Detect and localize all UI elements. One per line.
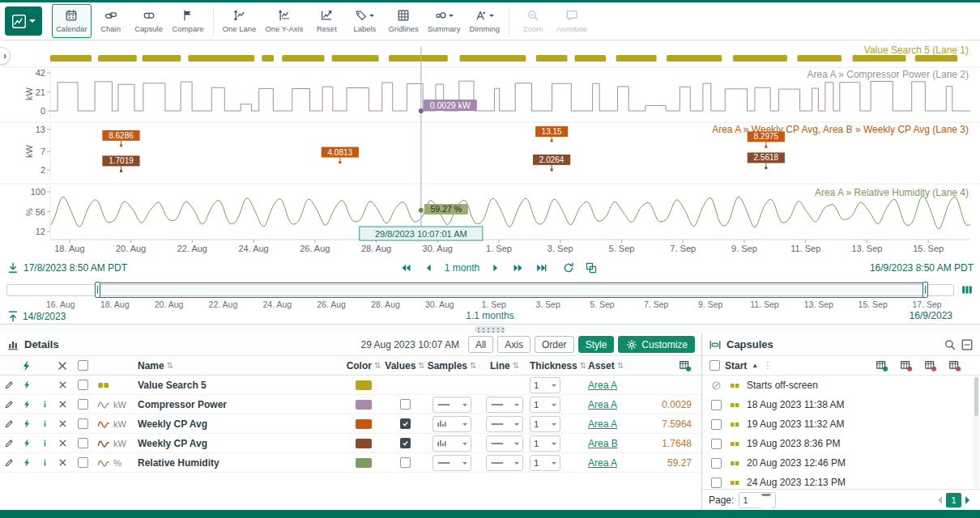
- search-icon[interactable]: [944, 338, 957, 351]
- toolbar-button-chain[interactable]: Chain: [92, 4, 130, 38]
- workbench-logo-button[interactable]: [5, 6, 42, 36]
- capsules-select-all[interactable]: [709, 360, 720, 371]
- capsule-select[interactable]: [709, 439, 722, 449]
- thickness-dropdown[interactable]: 1: [530, 416, 560, 432]
- capsule-checkbox[interactable]: [711, 439, 722, 449]
- values-toggle[interactable]: [386, 438, 424, 448]
- values-checkbox[interactable]: [400, 418, 411, 429]
- item-name[interactable]: Relative Humidity: [138, 457, 342, 469]
- scrollbar-thumb[interactable]: [974, 377, 978, 416]
- capsule-start[interactable]: 19 Aug 2023 11:32 AM: [747, 418, 845, 430]
- thickness-dropdown[interactable]: 1: [530, 455, 560, 471]
- step-back-large-icon[interactable]: [399, 261, 412, 274]
- dropdown[interactable]: [486, 435, 523, 452]
- remove-icon[interactable]: [53, 399, 71, 410]
- dropdown[interactable]: [486, 416, 523, 432]
- column-header[interactable]: Color⇅: [342, 360, 386, 372]
- style-button[interactable]: Style: [578, 336, 615, 353]
- capsule-checkbox[interactable]: [711, 400, 722, 410]
- asset-link[interactable]: Area A: [588, 380, 617, 391]
- toolbar-button-dimming[interactable]: Dimming: [466, 4, 504, 38]
- thickness-dropdown[interactable]: 1: [530, 397, 588, 413]
- row-select[interactable]: [71, 418, 94, 429]
- row-select[interactable]: [71, 399, 94, 410]
- axis-button[interactable]: Axis: [497, 336, 530, 353]
- color-swatch[interactable]: [342, 419, 386, 429]
- line-style-dropdown[interactable]: [479, 435, 530, 452]
- samples-style-dropdown[interactable]: [424, 416, 479, 432]
- color-swatch[interactable]: [342, 380, 386, 390]
- dropdown[interactable]: [432, 397, 471, 413]
- asset-link[interactable]: Area A: [588, 399, 617, 410]
- refresh-icon[interactable]: [562, 261, 575, 274]
- thickness-dropdown[interactable]: 1: [530, 455, 588, 471]
- duplicate-range-icon[interactable]: [585, 261, 598, 274]
- panel-resize-handle[interactable]: [475, 326, 505, 333]
- step-to-end-icon[interactable]: [535, 261, 548, 274]
- toolbar-button-labels[interactable]: Labels: [346, 4, 383, 38]
- samples-style-dropdown[interactable]: [424, 397, 479, 413]
- thickness-dropdown[interactable]: 1: [530, 435, 560, 452]
- info-icon[interactable]: [36, 457, 53, 468]
- remove-capsule-column-icon[interactable]: [900, 359, 913, 372]
- line-style-dropdown[interactable]: [479, 455, 530, 471]
- prev-page-icon[interactable]: [934, 496, 942, 504]
- toolbar-button-summary[interactable]: Summary: [424, 4, 465, 38]
- row-select[interactable]: [71, 380, 94, 390]
- values-toggle[interactable]: [386, 457, 424, 468]
- edit-icon[interactable]: [0, 380, 18, 390]
- capsule-start[interactable]: 19 Aug 2023 8:36 PM: [747, 438, 840, 449]
- capsule-checkbox[interactable]: [711, 458, 722, 469]
- column-header[interactable]: Asset⇅: [588, 360, 640, 372]
- column-header[interactable]: Thickness⇅: [530, 360, 588, 372]
- pin-icon[interactable]: [18, 457, 36, 468]
- values-checkbox[interactable]: [400, 399, 411, 410]
- remove-icon[interactable]: [53, 438, 71, 448]
- capsule-checkbox[interactable]: [711, 419, 722, 430]
- dropdown[interactable]: [486, 455, 523, 471]
- thickness-dropdown[interactable]: 1: [530, 397, 560, 413]
- slider-handle-left[interactable]: [95, 282, 100, 298]
- slider-columns-icon[interactable]: [961, 283, 974, 296]
- row-select[interactable]: [71, 457, 94, 468]
- capsule-select[interactable]: [709, 419, 722, 430]
- capsule-select[interactable]: [709, 400, 722, 410]
- asset-link[interactable]: Area B: [588, 438, 618, 449]
- edit-icon[interactable]: [0, 418, 18, 429]
- info-icon[interactable]: [36, 399, 53, 410]
- page-size-dropdown[interactable]: 1: [739, 492, 776, 508]
- display-range-end[interactable]: 16/9/2023 8:50 AM PDT: [870, 262, 974, 274]
- row-select-checkbox[interactable]: [78, 380, 88, 390]
- step-forward-large-icon[interactable]: [512, 261, 525, 274]
- capsules-scrollbar[interactable]: [974, 376, 979, 488]
- toolbar-button-compare[interactable]: Compare: [168, 4, 208, 38]
- row-select-checkbox[interactable]: [78, 438, 88, 448]
- pin-icon[interactable]: [18, 399, 36, 410]
- trend-chart[interactable]: Value Search 5 (Lane 1)02142kWArea A » C…: [0, 40, 980, 257]
- values-checkbox[interactable]: [400, 438, 411, 448]
- values-checkbox[interactable]: [400, 457, 411, 468]
- capsule-start[interactable]: 18 Aug 2023 11:38 AM: [747, 399, 845, 410]
- capsule-select[interactable]: [709, 458, 722, 469]
- item-name[interactable]: Compressor Power: [138, 399, 342, 410]
- pin-icon[interactable]: [18, 380, 36, 390]
- info-icon[interactable]: [36, 418, 53, 429]
- dropdown[interactable]: [486, 397, 523, 413]
- select-all[interactable]: [71, 360, 94, 371]
- customize-button[interactable]: Customize: [618, 336, 695, 353]
- item-name[interactable]: Weekly CP Avg: [138, 418, 342, 430]
- remove-icon[interactable]: [53, 418, 71, 429]
- step-forward-icon[interactable]: [489, 261, 502, 274]
- toolbar-button-one-lane[interactable]: One Lane: [219, 4, 261, 38]
- capsule-select[interactable]: [709, 478, 722, 488]
- values-toggle[interactable]: [386, 418, 424, 429]
- color-swatch[interactable]: [342, 400, 386, 410]
- investigate-range-end[interactable]: 16/9/2023: [910, 310, 952, 321]
- asset-link[interactable]: Area A: [588, 418, 617, 430]
- capsule-start[interactable]: 24 Aug 2023 12:13 PM: [747, 477, 846, 488]
- dropdown[interactable]: [432, 416, 471, 432]
- toolbar-button-annotate[interactable]: Annotate: [552, 4, 591, 38]
- row-select-checkbox[interactable]: [78, 457, 88, 468]
- step-back-icon[interactable]: [422, 261, 435, 274]
- remove-icon[interactable]: [53, 380, 71, 390]
